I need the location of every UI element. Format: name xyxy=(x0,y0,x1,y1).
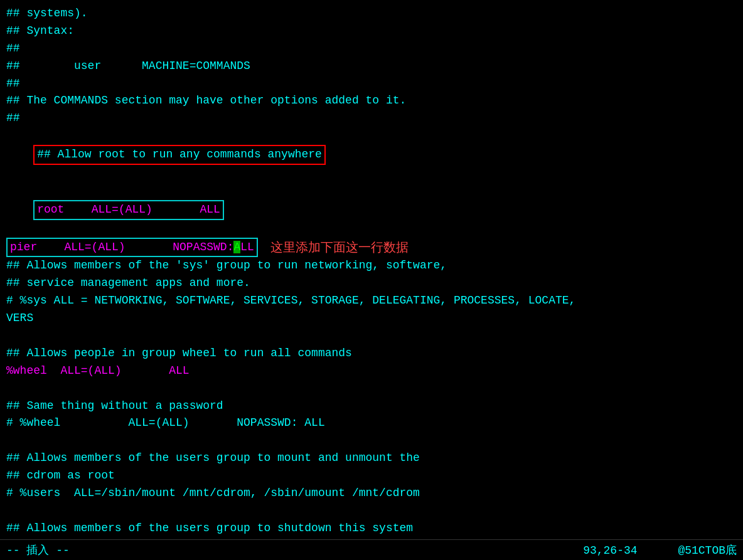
chinese-annotation: 这里添加下面这一行数据 xyxy=(270,238,409,257)
line-vers: VERS xyxy=(6,310,737,327)
line-empty5 xyxy=(6,380,737,398)
line-systems: ## systems). xyxy=(6,5,737,23)
site-tag: @51CTOB底 xyxy=(678,544,737,557)
line-empty2: ## xyxy=(6,75,737,93)
line-wheel-entry: %wheel ALL=(ALL) ALL xyxy=(6,362,737,380)
line-user-machine: ## user MACHINE=COMMANDS xyxy=(6,58,737,75)
line-empty3: ## xyxy=(6,110,737,127)
line-commands-section: ## The COMMANDS section may have other o… xyxy=(6,92,737,110)
line-pier: pier ALL=(ALL) NOPASSWD:ALL 这里添加下面这一行数据 xyxy=(6,238,737,258)
insert-mode-label: -- 插入 -- xyxy=(6,542,70,557)
line-service-mgmt: ## service management apps and more. xyxy=(6,275,737,292)
line-mount-comment1: ## Allows members of the users group to … xyxy=(6,450,737,467)
line-empty7 xyxy=(6,502,737,520)
line-allow-root: ## Allow root to run any commands anywhe… xyxy=(6,127,737,182)
line-wheel-allows: ## Allows people in group wheel to run a… xyxy=(6,345,737,362)
line-sys-allows: ## Allows members of the 'sys' group to … xyxy=(6,257,737,275)
line-sys-all: # %sys ALL = NETWORKING, SOFTWARE, SERVI… xyxy=(6,292,737,310)
pier-entry: pier ALL=(ALL) NOPASSWD:ALL xyxy=(6,238,258,258)
line-empty6 xyxy=(6,432,737,450)
terminal-content: ## systems). ## Syntax: ## ## user MACHI… xyxy=(0,0,743,560)
all-highlight: A xyxy=(233,241,240,253)
line-root: root ALL=(ALL) ALL xyxy=(6,182,737,238)
line-nopasswd-comment: ## Same thing without a password xyxy=(6,398,737,415)
line-shutdown-comment: ## Allows members of the users group to … xyxy=(6,520,737,537)
line-empty4 xyxy=(6,327,737,345)
red-box-text: ## Allow root to run any commands anywhe… xyxy=(33,145,326,165)
line-wheel-nopasswd: # %wheel ALL=(ALL) NOPASSWD: ALL xyxy=(6,415,737,432)
wheel-magenta: %wheel ALL=(ALL) ALL xyxy=(6,364,190,377)
line-empty1: ## xyxy=(6,40,737,58)
line-col: 93,26-34 xyxy=(583,544,637,557)
line-syntax: ## Syntax: xyxy=(6,23,737,40)
status-bar: -- 插入 -- 93,26-34 @51CTOB底 xyxy=(0,539,743,560)
root-entry: root ALL=(ALL) ALL xyxy=(33,200,224,220)
cursor-position: 93,26-34 @51CTOB底 xyxy=(583,542,737,557)
line-mount-entry: # %users ALL=/sbin/mount /mnt/cdrom, /sb… xyxy=(6,485,737,502)
line-mount-comment2: ## cdrom as root xyxy=(6,467,737,485)
